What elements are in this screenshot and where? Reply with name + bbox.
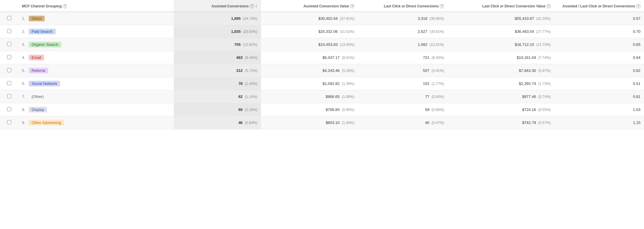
lc-val-cell-7: $977.46 (0.74%)	[447, 90, 554, 103]
lastclick-cell-1: 3,318 (38.66%)	[358, 12, 447, 25]
lc-val-pct-6: (1.73%)	[538, 82, 551, 86]
lc-val-cell-6: $2,265.74 (1.73%)	[447, 77, 554, 90]
channel-tag-5[interactable]: Referral	[29, 68, 48, 73]
sort-arrow-icon[interactable]: ↓	[255, 3, 257, 8]
ratio-value-1: 0.57	[633, 16, 640, 21]
lastclick-pct-3: (12.61%)	[430, 43, 444, 47]
lc-val-main-6: $2,265.74	[519, 81, 536, 86]
assisted-pct-2: (33.63%)	[243, 30, 257, 34]
lc-val-cell-1: $55,410.87 (42.20%)	[447, 12, 554, 25]
row-checkbox-cell-2	[0, 25, 18, 38]
lastclick-main-1: 3,318	[418, 16, 427, 21]
col-ratio-help-icon[interactable]: ?	[636, 4, 640, 8]
asst-val-main-4: $6,437.17	[323, 55, 340, 60]
ratio-cell-9: 1.15	[554, 116, 644, 129]
channel-cell-7: 7. (Other)	[18, 90, 173, 103]
ratio-value-9: 1.15	[633, 120, 640, 125]
assisted-main-8: 60	[238, 107, 242, 112]
asst-val-pct-8: (0.95%)	[342, 108, 354, 112]
lastclick-pct-4: (8.40%)	[432, 56, 444, 60]
row-checkbox-cell-6	[0, 77, 18, 90]
row-checkbox-9[interactable]	[7, 120, 11, 124]
lc-val-pct-7: (0.74%)	[538, 95, 551, 99]
channel-tag-9[interactable]: Other Advertising	[29, 120, 64, 125]
assisted-main-5: 312	[236, 68, 243, 73]
assisted-main-3: 705	[234, 42, 241, 47]
row-checkbox-2[interactable]	[7, 29, 11, 33]
row-checkbox-5[interactable]	[7, 68, 11, 72]
channel-tag-1[interactable]: Direct	[29, 16, 45, 21]
lc-val-cell-3: $16,712.23 (12.73%)	[447, 38, 554, 51]
asst-val-pct-3: (13.00%)	[340, 43, 355, 47]
asst-val-pct-4: (8.01%)	[342, 56, 354, 60]
col-header-lastclick-val: Last Click or Direct Conversion Value ?	[447, 0, 554, 12]
ratio-cell-7: 0.81	[554, 90, 644, 103]
assisted-main-1: 1,895	[231, 16, 241, 21]
asst-val-cell-2: $25,332.06 (31.51%)	[261, 25, 358, 38]
ratio-cell-4: 0.64	[554, 51, 644, 64]
ratio-cell-8: 1.03	[554, 103, 644, 116]
table-row: 9. Other Advertising 46 (0.84%) $803.10 …	[0, 116, 644, 129]
row-checkbox-3[interactable]	[7, 42, 11, 46]
assisted-pct-4: (8.49%)	[245, 56, 257, 60]
ratio-value-6: 0.51	[633, 81, 640, 86]
col-assisted-help-icon[interactable]: ?	[250, 4, 254, 8]
col-header-assisted-val: Assisted Conversion Value ?	[261, 0, 358, 12]
assisted-pct-3: (12.92%)	[243, 43, 257, 47]
assisted-main-2: 1,835	[231, 29, 241, 34]
lastclick-cell-8: 58 (0.68%)	[358, 103, 447, 116]
lc-val-cell-5: $7,843.30 (5.97%)	[447, 64, 554, 77]
channel-tag-6[interactable]: Social Network	[29, 81, 60, 86]
channel-tag-2[interactable]: Paid Search	[29, 29, 56, 34]
row-number-7: 7.	[22, 94, 25, 99]
row-checkbox-6[interactable]	[7, 81, 11, 85]
lastclick-pct-2: (30.61%)	[430, 30, 444, 34]
channel-tag-4[interactable]: Email	[29, 55, 44, 60]
lastclick-cell-9: 40 (0.47%)	[358, 116, 447, 129]
lastclick-main-2: 2,627	[418, 29, 427, 34]
lc-val-main-1: $55,410.87	[515, 16, 534, 21]
row-number-5: 5.	[22, 68, 25, 73]
channel-cell-2: 2. Paid Search	[18, 25, 173, 38]
col-channel-help-icon[interactable]: ?	[63, 4, 67, 8]
channel-cell-5: 5. Referral	[18, 64, 173, 77]
lc-val-cell-4: $10,161.04 (7.74%)	[447, 51, 554, 64]
col-assisted-val-help-icon[interactable]: ?	[350, 4, 354, 8]
lc-val-pct-4: (7.74%)	[538, 56, 551, 60]
row-checkbox-1[interactable]	[7, 16, 11, 20]
lc-val-main-2: $36,463.54	[515, 29, 534, 34]
row-checkbox-cell-1	[0, 12, 18, 25]
asst-val-pct-2: (31.51%)	[340, 30, 355, 34]
lc-val-main-4: $10,161.04	[517, 55, 536, 60]
channel-tag-8[interactable]: Display	[29, 107, 47, 112]
table-row: 4. Email 463 (8.49%) $6,437.17 (8.01%) 7…	[0, 51, 644, 64]
assisted-cell-1: 1,895 (34.73%)	[174, 12, 261, 25]
row-checkbox-7[interactable]	[7, 94, 11, 98]
table-row: 6. Social Network 78 (1.43%) $1,092.82 (…	[0, 77, 644, 90]
assisted-pct-6: (1.43%)	[245, 82, 257, 86]
asst-val-main-3: $10,453.83	[318, 42, 338, 47]
row-checkbox-4[interactable]	[7, 55, 11, 59]
row-number-1: 1.	[22, 16, 25, 21]
lastclick-main-4: 721	[423, 55, 429, 60]
row-checkbox-8[interactable]	[7, 107, 11, 111]
assisted-pct-5: (5.72%)	[245, 69, 257, 73]
lastclick-main-8: 58	[425, 107, 429, 112]
col-lastclick-val-help-icon[interactable]: ?	[547, 4, 551, 8]
assisted-main-7: 62	[238, 94, 242, 99]
col-lastclick-val-label: Last Click or Direct Conversion Value	[482, 4, 545, 9]
col-lastclick-label: Last Click or Direct Conversions	[384, 4, 439, 9]
table-row: 5. Referral 312 (5.72%) $4,243.46 (5.28%…	[0, 64, 644, 77]
table-row: 7. (Other) 62 (1.14%) $866.65 (1.08%) 77…	[0, 90, 644, 103]
lastclick-cell-2: 2,627 (30.61%)	[358, 25, 447, 38]
assisted-main-6: 78	[238, 81, 242, 86]
row-number-6: 6.	[22, 81, 25, 86]
assisted-cell-3: 705 (12.92%)	[174, 38, 261, 51]
col-lastclick-help-icon[interactable]: ?	[440, 4, 444, 8]
asst-val-cell-4: $6,437.17 (8.01%)	[261, 51, 358, 64]
asst-val-cell-5: $4,243.46 (5.28%)	[261, 64, 358, 77]
row-checkbox-cell-4	[0, 51, 18, 64]
channel-tag-3[interactable]: Organic Search	[29, 42, 61, 47]
channel-tag-7[interactable]: (Other)	[29, 94, 47, 99]
asst-val-main-7: $866.65	[326, 94, 340, 99]
